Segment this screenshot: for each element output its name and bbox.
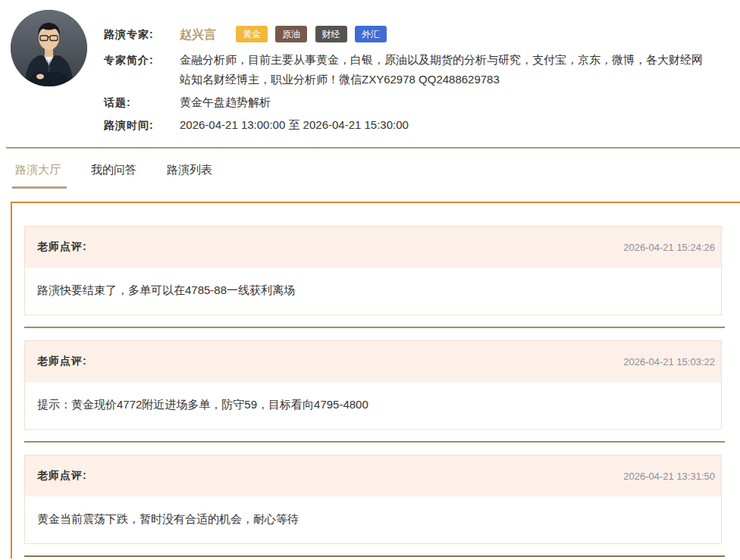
tab-roadshow-hall[interactable]: 路演大厅: [15, 149, 61, 189]
card-separator: [24, 555, 725, 557]
expert-name-row: 路演专家: 赵兴言 黄金 原油 财经 外汇: [104, 27, 710, 44]
tab-roadshow-list[interactable]: 路演列表: [167, 149, 212, 189]
teacher-comment-card: 老师点评: 2026-04-21 13:31:50 黄金当前震荡下跌，暂时没有合…: [24, 455, 722, 544]
tab-my-qa[interactable]: 我的问答: [91, 149, 136, 189]
intro-label: 专家简介:: [104, 53, 180, 89]
tag-gold: 黄金: [236, 26, 268, 42]
card-separator: [24, 441, 725, 443]
topic-text: 黄金午盘趋势解析: [180, 95, 271, 109]
tag-forex: 外汇: [355, 26, 387, 42]
expert-photo-placeholder: [11, 10, 87, 86]
tag-finance: 财经: [315, 26, 347, 42]
comment-timestamp: 2026-04-21 15:24:26: [623, 242, 715, 253]
comment-title: 老师点评:: [37, 355, 87, 368]
expert-header: 路演专家: 赵兴言 黄金 原油 财经 外汇 专家简介: 金融分析师，目前主要从事…: [0, 0, 740, 147]
comment-timestamp: 2026-04-21 13:31:50: [623, 471, 715, 482]
teacher-comment-card: 老师点评: 2026-04-21 15:03:22 提示：黄金现价4772附近进…: [24, 340, 722, 430]
roadshow-time-row: 路演时间: 2026-04-21 13:00:00 至 2026-04-21 1…: [104, 118, 710, 132]
comment-card-header: 老师点评: 2026-04-21 13:31:50: [25, 455, 721, 496]
comment-text: 黄金当前震荡下跌，暂时没有合适的机会，耐心等待: [25, 496, 721, 543]
topic-row: 话题: 黄金午盘趋势解析: [104, 95, 710, 109]
comment-title: 老师点评:: [37, 240, 87, 254]
tab-bar: 路演大厅 我的问答 路演列表: [0, 149, 740, 189]
time-label: 路演时间:: [104, 118, 180, 132]
comment-title: 老师点评:: [37, 469, 87, 483]
comment-card-header: 老师点评: 2026-04-21 15:24:26: [25, 227, 721, 267]
comment-text: 路演快要结束了，多单可以在4785-88一线获利离场: [25, 267, 721, 314]
intro-text: 金融分析师，目前主要从事黄金，白银，原油以及期货的分析与研究，支付宝，京东，微博…: [180, 50, 710, 89]
comment-text: 提示：黄金现价4772附近进场多单，防守59，目标看向4795-4800: [25, 382, 721, 429]
roadshow-hall-panel: 老师点评: 2026-04-21 15:24:26 路演快要结束了，多单可以在4…: [11, 202, 740, 558]
expert-label: 路演专家:: [104, 27, 180, 44]
avatar: [11, 10, 87, 86]
teacher-comment-card: 老师点评: 2026-04-21 15:24:26 路演快要结束了，多单可以在4…: [24, 226, 722, 315]
expert-name: 赵兴言: [180, 28, 216, 41]
comment-card-header: 老师点评: 2026-04-21 15:03:22: [25, 341, 721, 382]
expert-info: 路演专家: 赵兴言 黄金 原油 财经 外汇 专家简介: 金融分析师，目前主要从事…: [104, 10, 710, 147]
tag-crude-oil: 原油: [275, 26, 307, 42]
topic-label: 话题:: [104, 95, 180, 109]
expert-intro-row: 专家简介: 金融分析师，目前主要从事黄金，白银，原油以及期货的分析与研究，支付宝…: [104, 53, 710, 89]
card-separator: [24, 327, 725, 328]
time-text: 2026-04-21 13:00:00 至 2026-04-21 15:30:0…: [180, 118, 409, 132]
comment-timestamp: 2026-04-21 15:03:22: [623, 356, 715, 368]
